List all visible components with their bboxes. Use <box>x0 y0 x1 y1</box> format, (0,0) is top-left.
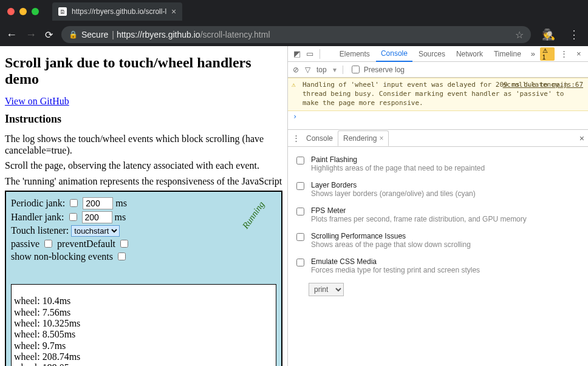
tab-timeline[interactable]: Timeline <box>489 47 526 61</box>
context-caret-icon[interactable]: ▾ <box>333 66 337 74</box>
tab-network[interactable]: Network <box>451 47 488 61</box>
bookmark-star-icon[interactable]: ☆ <box>515 29 524 41</box>
inspect-element-icon[interactable]: ◩ <box>292 49 303 58</box>
periodic-jank-checkbox[interactable] <box>70 199 78 207</box>
window-zoom-button[interactable] <box>32 8 39 15</box>
fps-meter-checkbox[interactable] <box>296 208 304 215</box>
fps-meter-label: FPS Meter <box>311 206 527 215</box>
tab-elements[interactable]: Elements <box>335 47 375 61</box>
emulate-css-checkbox[interactable] <box>296 259 304 266</box>
log-entry: wheel: 7.56ms <box>14 307 273 318</box>
tab-title: https://rbyers.github.io/scroll-l <box>72 7 166 16</box>
console-toolbar: ⊘ ▽ top ▾ Preserve log <box>288 62 588 78</box>
forward-button[interactable]: → <box>26 29 36 41</box>
more-tabs-icon[interactable]: » <box>527 49 539 58</box>
touch-listener-select[interactable]: touchstart <box>71 225 120 237</box>
drawer-close-icon[interactable]: × <box>579 134 584 143</box>
device-toolbar-icon[interactable]: ▭ <box>304 49 316 58</box>
nonblocking-label: show non-blocking events <box>11 251 113 262</box>
log-entry: wheel: 8.505ms <box>14 329 273 340</box>
paint-flashing-checkbox[interactable] <box>296 157 304 164</box>
browser-chrome: 🗎 https://rbyers.github.io/scroll-l × ← … <box>0 0 588 46</box>
devtools-menu-icon[interactable]: ⋮ <box>558 49 570 58</box>
window-minimize-button[interactable] <box>19 8 27 15</box>
context-selector[interactable]: top <box>316 66 327 74</box>
control-panel: Running Periodic jank: ms Handler jank: … <box>5 191 282 366</box>
emulate-css-label: Emulate CSS Media <box>311 257 480 266</box>
instructions-p3: The 'running' animation represents the r… <box>5 175 282 187</box>
scroll-perf-checkbox[interactable] <box>296 233 304 241</box>
warning-count-badge[interactable]: ⚠ 1 <box>540 47 555 61</box>
handler-jank-input[interactable] <box>82 211 112 223</box>
devtools-tabbar: ◩ ▭ Elements Console Sources Network Tim… <box>288 46 588 62</box>
drawer-tab-rendering[interactable]: Rendering× <box>338 130 389 146</box>
titlebar: 🗎 https://rbyers.github.io/scroll-l × <box>0 0 588 23</box>
page-content: Scroll jank due to touch/wheel handlers … <box>0 46 287 366</box>
preserve-log-checkbox[interactable] <box>352 66 360 73</box>
tab-close-icon[interactable]: × <box>171 7 176 16</box>
url-host: https://rbyers.github.io <box>117 30 200 39</box>
touch-listener-label: Touch listener: <box>11 225 69 236</box>
back-button[interactable]: ← <box>6 29 17 41</box>
drawer-menu-icon[interactable]: ⋮ <box>292 134 301 143</box>
instructions-p1: The log shows the touch/wheel events whi… <box>5 133 282 156</box>
clear-console-icon[interactable]: ⊘ <box>293 66 299 74</box>
devtools-close-icon[interactable]: × <box>573 49 584 58</box>
rendering-options: Paint Flashing Highlights areas of the p… <box>288 147 588 366</box>
layer-borders-label: Layer Borders <box>311 181 476 189</box>
scroll-perf-desc: Shows areas of the page that slow down s… <box>311 240 471 249</box>
instructions-heading: Instructions <box>5 113 282 126</box>
address-bar: ← → ⟳ 🔒 Secure | https://rbyers.github.i… <box>0 23 588 46</box>
handler-jank-label: Handler jank: <box>11 212 64 223</box>
preserve-log-label: Preserve log <box>364 66 405 74</box>
handler-jank-unit: ms <box>115 212 126 223</box>
browser-tab[interactable]: 🗎 https://rbyers.github.io/scroll-l × <box>52 2 182 21</box>
periodic-jank-unit: ms <box>115 198 127 209</box>
drawer-tab-console[interactable]: Console <box>301 131 338 146</box>
lock-icon: 🔒 <box>69 30 78 39</box>
console-prompt[interactable]: › <box>288 111 588 122</box>
fps-meter-desc: Plots frames per second, frame rate dist… <box>311 215 527 223</box>
separator <box>343 66 343 74</box>
passive-checkbox[interactable] <box>44 240 52 248</box>
url-path: /scroll-latency.html <box>200 30 270 39</box>
console-source-link[interactable]: scroll-latency.js:67 <box>503 81 583 90</box>
tab-sources[interactable]: Sources <box>414 47 450 61</box>
console-warning[interactable]: scroll-latency.js:67 Handling of 'wheel'… <box>288 78 588 111</box>
log-entry: wheel: 9.7ms <box>14 341 273 351</box>
emulate-css-desc: Forces media type for testing print and … <box>311 266 480 274</box>
chrome-menu-icon[interactable]: ⋮ <box>569 28 579 41</box>
instructions-p2: Scroll the page, observing the latency a… <box>5 160 282 171</box>
drawer-tabbar: ⋮ Console Rendering× × <box>288 130 588 147</box>
paint-flashing-desc: Highlights areas of the page that need t… <box>311 164 485 172</box>
scroll-perf-label: Scrolling Performance Issues <box>311 232 471 240</box>
nonblocking-checkbox[interactable] <box>118 252 126 260</box>
periodic-jank-label: Periodic jank: <box>11 198 65 209</box>
tab-console[interactable]: Console <box>376 46 412 62</box>
devtools-panel: ◩ ▭ Elements Console Sources Network Tim… <box>287 46 588 366</box>
incognito-icon: 🕵 <box>542 28 555 41</box>
handler-jank-checkbox[interactable] <box>69 213 77 221</box>
close-icon[interactable]: × <box>379 134 383 143</box>
layer-borders-checkbox[interactable] <box>296 182 304 190</box>
event-log[interactable]: wheel: 10.4ms wheel: 7.56ms wheel: 10.32… <box>11 284 276 366</box>
secure-label: Secure <box>81 30 108 39</box>
reload-button[interactable]: ⟳ <box>45 29 53 41</box>
paint-flashing-label: Paint Flashing <box>311 155 485 164</box>
prevent-default-checkbox[interactable] <box>120 240 128 248</box>
window-close-button[interactable] <box>7 8 15 15</box>
passive-label: passive <box>11 239 39 249</box>
omnibox[interactable]: 🔒 Secure | https://rbyers.github.io/scro… <box>61 26 531 43</box>
separator <box>320 49 331 59</box>
filter-icon[interactable]: ▽ <box>305 66 310 74</box>
log-entry: wheel: 199.05ms <box>14 362 273 366</box>
favicon-icon: 🗎 <box>58 7 67 16</box>
page-title: Scroll jank due to touch/wheel handlers … <box>5 55 282 87</box>
log-entry: wheel: 10.325ms <box>14 318 273 329</box>
devtools-drawer: ⋮ Console Rendering× × Paint Flashing Hi… <box>288 129 588 366</box>
log-entry: wheel: 10.4ms <box>14 296 273 307</box>
periodic-jank-input[interactable] <box>83 197 113 209</box>
github-link[interactable]: View on GitHub <box>5 96 69 106</box>
log-entry: wheel: 208.74ms <box>14 351 273 362</box>
css-media-select[interactable]: print <box>309 283 344 296</box>
